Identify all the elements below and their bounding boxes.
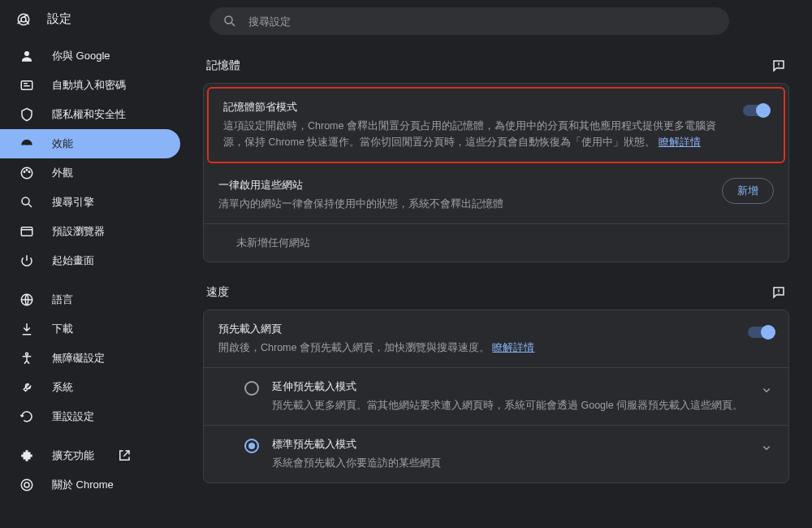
extended-preload-desc: 預先載入更多網頁。當其他網站要求連入網頁時，系統可能會透過 Google 伺服器… [272,397,746,413]
preload-row: 預先載入網頁 開啟後，Chrome 會預先載入網頁，加快瀏覽與搜尋速度。 瞭解詳… [204,310,788,367]
always-active-desc: 清單內的網站一律會保持使用中的狀態，系統不會釋出記憶體 [218,196,709,212]
memory-saver-toggle[interactable] [743,105,769,116]
extension-icon [19,448,34,463]
memory-card: 記憶體節省模式 這項設定開啟時，Chrome 會釋出閒置分頁占用的記憶體，為使用… [203,83,789,262]
sidebar-item-downloads[interactable]: 下載 [0,314,180,344]
section-title: 速度 [206,285,229,300]
chrome-icon [19,478,34,492]
search-bar [193,0,812,42]
search-input[interactable] [248,15,716,28]
sidebar-item-you-and-google[interactable]: 你與 Google [0,41,180,71]
sidebar-item-privacy[interactable]: 隱私權和安全性 [0,100,180,129]
preload-desc: 開啟後，Chrome 會預先載入網頁，加快瀏覽與搜尋速度。 瞭解詳情 [218,340,735,356]
svg-point-5 [24,171,25,173]
sidebar-item-label: 重設設定 [52,409,94,424]
sidebar-item-search-engine[interactable]: 搜尋引擎 [0,188,180,217]
chevron-down-icon[interactable] [759,440,774,455]
sidebar-item-about-chrome[interactable]: 關於 Chrome [0,470,180,500]
sidebar-item-label: 起始畫面 [52,253,94,268]
memory-saver-highlight: 記憶體節省模式 這項設定開啟時，Chrome 會釋出閒置分頁占用的記憶體，為使用… [207,87,785,163]
standard-preload-row[interactable]: 標準預先載入模式 系統會預先載入你要造訪的某些網頁 [204,425,788,483]
download-icon [19,322,34,336]
sidebar-item-label: 外觀 [52,166,73,180]
svg-point-8 [22,197,29,205]
memory-section-header: 記憶體 [203,52,789,83]
search-icon [222,14,237,28]
palette-icon [19,166,34,180]
person-icon [19,49,34,63]
search-icon [19,195,34,210]
autofill-icon [19,78,34,93]
sidebar-item-accessibility[interactable]: 無障礙設定 [0,344,180,373]
wrench-icon [19,380,34,395]
sidebar-item-extensions[interactable]: 擴充功能 [0,441,180,470]
sidebar-item-default-browser[interactable]: 預設瀏覽器 [0,217,180,246]
sidebar-item-label: 預設瀏覽器 [52,224,105,239]
feedback-icon[interactable] [771,58,786,73]
shield-icon [19,107,34,122]
sidebar-item-system[interactable]: 系統 [0,373,180,402]
standard-preload-desc: 系統會預先載入你要造訪的某些網頁 [272,455,746,471]
sidebar: 設定 你與 Google 自動填入和密碼 隱私權和安全性 效能 外觀 搜尋引擎 [0,0,193,528]
always-active-empty: 未新增任何網站 [204,223,788,262]
always-active-title: 一律啟用這些網站 [218,178,709,193]
svg-point-14 [225,16,232,24]
sidebar-item-languages[interactable]: 語言 [0,285,180,314]
sidebar-item-on-startup[interactable]: 起始畫面 [0,246,180,275]
standard-preload-radio[interactable] [244,439,259,453]
sidebar-item-label: 無障礙設定 [52,351,105,366]
svg-point-11 [26,353,28,355]
standard-preload-title: 標準預先載入模式 [272,437,746,452]
svg-point-6 [26,170,28,171]
feedback-icon[interactable] [771,285,786,300]
extended-preload-radio[interactable] [244,381,259,396]
globe-icon [19,292,34,307]
sidebar-item-reset[interactable]: 重設設定 [0,402,180,431]
sidebar-item-label: 隱私權和安全性 [52,107,126,122]
extended-preload-title: 延伸預先載入模式 [272,379,746,394]
main-area: 記憶體 記憶體節省模式 這項設定開啟時，Chrome 會釋出閒置分頁占用的記憶體… [193,0,812,528]
accessibility-icon [19,351,34,366]
content: 記憶體 記憶體節省模式 這項設定開啟時，Chrome 會釋出閒置分頁占用的記憶體… [193,42,812,528]
section-title: 記憶體 [206,58,240,73]
search-box[interactable] [209,7,729,35]
reset-icon [19,409,34,424]
sidebar-item-label: 你與 Google [52,49,110,63]
preload-learn-more-link[interactable]: 瞭解詳情 [492,342,534,353]
browser-icon [19,224,34,239]
memory-saver-title: 記憶體節省模式 [223,100,730,115]
always-active-row: 一律啟用這些網站 清單內的網站一律會保持使用中的狀態，系統不會釋出記憶體 新增 [204,167,788,223]
app-title: 設定 [47,11,71,27]
sidebar-item-performance[interactable]: 效能 [0,129,180,158]
chevron-down-icon[interactable] [759,383,774,397]
memory-saver-row: 記憶體節省模式 這項設定開啟時，Chrome 會釋出閒置分頁占用的記憶體，為使用… [209,89,784,162]
sidebar-item-label: 系統 [52,380,73,395]
sidebar-item-label: 語言 [52,292,73,307]
sidebar-item-label: 擴充功能 [52,448,94,463]
power-icon [19,253,34,268]
sidebar-item-label: 搜尋引擎 [52,195,94,210]
memory-saver-desc: 這項設定開啟時，Chrome 會釋出閒置分頁占用的記憶體，為使用中的分頁和其他應… [223,118,730,150]
memory-saver-learn-more-link[interactable]: 瞭解詳情 [659,136,701,148]
chrome-logo-icon [16,12,31,27]
svg-point-1 [21,17,26,22]
sidebar-item-appearance[interactable]: 外觀 [0,158,180,188]
external-link-icon [117,448,132,463]
speed-section-header: 速度 [203,279,789,309]
app-header: 設定 [0,11,193,41]
sidebar-item-autofill[interactable]: 自動填入和密碼 [0,71,180,100]
svg-point-13 [24,483,29,487]
sidebar-item-label: 自動填入和密碼 [52,78,126,93]
svg-point-12 [21,479,32,491]
preload-title: 預先載入網頁 [218,322,735,336]
speedometer-icon [19,136,34,151]
sidebar-item-label: 下載 [52,322,73,336]
svg-point-7 [28,171,30,173]
svg-point-2 [24,51,29,56]
sidebar-item-label: 關於 Chrome [52,478,114,492]
speed-card: 預先載入網頁 開啟後，Chrome 會預先載入網頁，加快瀏覽與搜尋速度。 瞭解詳… [203,309,789,483]
preload-toggle[interactable] [748,327,774,338]
extended-preload-row[interactable]: 延伸預先載入模式 預先載入更多網頁。當其他網站要求連入網頁時，系統可能會透過 G… [204,367,788,425]
sidebar-item-label: 效能 [52,136,73,151]
add-site-button[interactable]: 新增 [722,178,774,204]
